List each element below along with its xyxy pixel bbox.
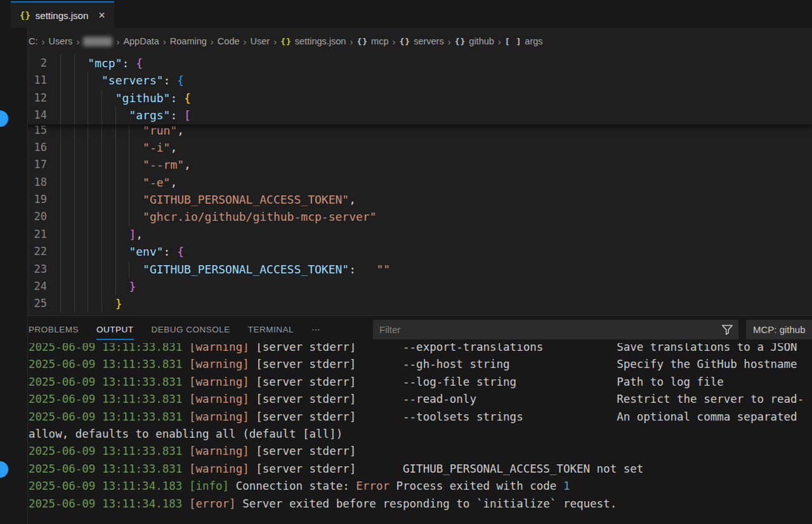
token-pink: [ (184, 108, 191, 122)
token-punc: , (136, 228, 143, 241)
breadcrumb-label: Code (218, 36, 240, 46)
log-segment-txt: [server stderr] GITHUB_PERSONAL_ACCESS_T… (249, 462, 644, 475)
breadcrumb-label: servers (414, 36, 444, 46)
token-punc: , (177, 124, 184, 137)
breadcrumb-item[interactable]: AppData (123, 36, 159, 46)
breadcrumb-item[interactable]: {}servers (399, 36, 443, 46)
breadcrumb-item[interactable]: {}github (455, 36, 494, 46)
code-line-12[interactable]: 12 "github": { (0, 89, 812, 107)
breadcrumb-label: C: (29, 36, 38, 46)
panel-tab-terminal[interactable]: TERMINAL (248, 316, 294, 343)
code-text: ], (60, 226, 143, 243)
token-sp (60, 210, 143, 223)
code-line-24[interactable]: 24 } (0, 278, 812, 295)
line-number: 16 (0, 139, 47, 156)
log-segment-txt (182, 462, 189, 475)
output-channel-dropdown[interactable]: MCP: github (746, 320, 812, 339)
code-line-17[interactable]: 17 "--rm", (0, 156, 812, 173)
log-segment-warn: Error (356, 480, 390, 492)
code-line-21[interactable]: 21 ], (0, 226, 812, 243)
log-segment-txt: [server stderr] (249, 445, 357, 457)
code-line-11[interactable]: 11 "servers": { (0, 72, 812, 89)
token-punc: , (184, 158, 191, 171)
filter-funnel-icon[interactable] (721, 324, 733, 336)
token-punc: : (164, 245, 178, 258)
token-str: "" (377, 263, 391, 276)
line-number: 17 (0, 156, 47, 173)
filter-input[interactable] (373, 320, 738, 339)
line-number: 11 (0, 72, 47, 89)
breadcrumb-label: User (251, 36, 270, 46)
log-segment-txt: Connection state: (229, 480, 356, 492)
token-sp (60, 228, 129, 241)
token-sp (60, 280, 129, 293)
token-punc: , (349, 193, 356, 206)
log-segment-txt: [server stderr] --export-translations Sa… (249, 343, 797, 353)
token-sp (60, 245, 129, 258)
code-line-16[interactable]: 16 "-i", (0, 139, 812, 156)
breadcrumb-item[interactable]: {}settings.json (280, 36, 346, 46)
tab-settings-json[interactable]: {} settings.json × (11, 1, 114, 28)
log-line: 2025-06-09 13:11:33.831 [warning] [serve… (29, 391, 812, 408)
code-line-19[interactable]: 19 "GITHUB_PERSONAL_ACCESS_TOKEN", (0, 191, 812, 208)
output-log-area[interactable]: 2025-06-09 13:11:33.831 [warning] [serve… (0, 343, 812, 524)
code-line-14[interactable]: 14 "args": [ (0, 107, 812, 124)
token-key: "args" (129, 108, 170, 122)
log-line: allow, defaults to enabling all (default… (29, 426, 812, 443)
log-segment-txt (182, 445, 189, 457)
breadcrumb-item[interactable]: User (251, 36, 270, 46)
log-segment-info: [info] (189, 480, 229, 492)
code-text: "env": { (60, 243, 184, 260)
token-sp (60, 263, 143, 276)
token-pink: { (177, 245, 184, 258)
breadcrumb-label: Roaming (170, 36, 207, 46)
token-sp (60, 124, 143, 137)
panel-tab-[interactable]: ⋯ (311, 316, 320, 343)
line-number: 19 (0, 191, 47, 208)
log-segment-ts: 2025-06-09 13:11:33.831 (29, 462, 182, 475)
panel-tab-debug-console[interactable]: DEBUG CONSOLE (152, 316, 230, 343)
log-segment-txt (182, 497, 189, 510)
token-pink: ] (129, 228, 136, 241)
log-segment-txt: [server stderr] --read-only Restrict the… (249, 393, 804, 405)
log-segment-txt (182, 480, 189, 492)
breadcrumb-item[interactable]: Users (49, 36, 73, 46)
code-line-2[interactable]: 2 "mcp": { (0, 55, 812, 72)
breadcrumb-item[interactable]: Code (218, 36, 240, 46)
token-sp (60, 297, 115, 310)
log-line: 2025-06-09 13:11:33.831 [warning] [serve… (29, 409, 812, 426)
code-line-23[interactable]: 23 "GITHUB_PERSONAL_ACCESS_TOKEN": "" (0, 261, 812, 278)
log-segment-txt (182, 343, 189, 353)
log-line: 2025-06-09 13:11:34.183 [error] Server e… (29, 495, 812, 513)
token-blue: { (177, 74, 184, 87)
breadcrumb-item[interactable]: [ ]args (505, 36, 543, 46)
close-tab-icon[interactable]: × (98, 10, 105, 21)
code-text: } (60, 295, 122, 312)
code-line-15[interactable]: 15 "run", (0, 122, 812, 139)
breadcrumb-item[interactable] (83, 37, 112, 46)
code-line-20[interactable]: 20 "ghcr.io/github/github-mcp-server" (0, 208, 812, 225)
code-text: "ghcr.io/github/github-mcp-server" (60, 208, 377, 225)
log-line: 2025-06-09 13:11:34.183 [info] Connectio… (29, 478, 812, 495)
code-line-25[interactable]: 25 } (0, 295, 812, 312)
panel-tab-problems[interactable]: PROBLEMS (29, 316, 79, 343)
code-line-18[interactable]: 18 "-e", (0, 174, 812, 191)
symbol-json-icon: {} (280, 37, 292, 46)
token-punc: , (170, 176, 177, 189)
log-segment-txt (182, 376, 189, 388)
code-line-22[interactable]: 22 "env": { (0, 243, 812, 260)
token-sp (60, 108, 129, 122)
breadcrumb-item[interactable]: {}mcp (357, 36, 388, 46)
code-content: 15 "run",16 "-i",17 "--rm",18 "-e",19 "G… (0, 122, 812, 313)
log-line: 2025-06-09 13:11:33.831 [warning] [serve… (29, 343, 812, 356)
code-text: } (60, 278, 136, 295)
code-editor[interactable]: 15 "run",16 "-i",17 "--rm",18 "-e",19 "G… (0, 55, 812, 315)
symbol-object-icon: {} (455, 37, 466, 46)
log-segment-ts: 2025-06-09 13:11:33.831 (29, 343, 182, 353)
symbol-object-icon: {} (357, 37, 368, 46)
breadcrumb-item[interactable]: C: (29, 36, 38, 46)
breadcrumb-separator: › (392, 36, 395, 47)
token-pink: } (129, 280, 136, 293)
panel-tab-output[interactable]: OUTPUT (96, 316, 134, 343)
breadcrumb-item[interactable]: Roaming (170, 36, 207, 46)
